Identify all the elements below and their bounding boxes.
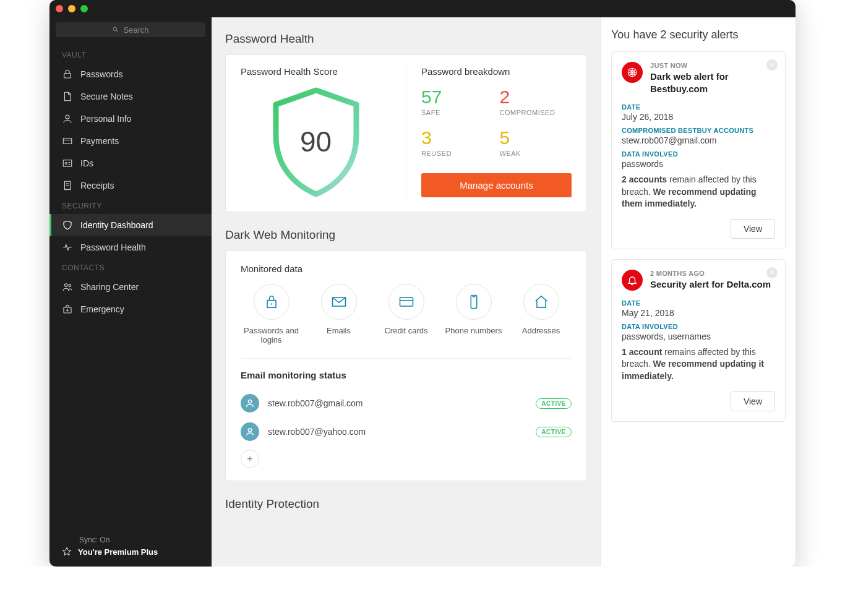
close-icon[interactable]: ✕ [766,267,778,278]
search-input[interactable]: Search [56,22,205,37]
monitored-data-label: Monitored data [241,263,572,274]
sidebar-item-receipts[interactable]: Receipts [49,174,212,197]
alerts-panel: You have 2 security alerts ✕ JUST NOW Da… [601,17,796,567]
svg-point-7 [65,163,67,165]
close-icon[interactable]: ✕ [766,59,778,71]
breakdown-weak: 5 WEAK [500,129,572,157]
add-email-button[interactable]: + [241,450,259,468]
sidebar-section-vault: VAULT [49,46,212,63]
home-icon [523,284,559,320]
card-icon [62,135,73,147]
dark-web-heading: Dark Web Monitoring [225,228,587,242]
svg-rect-22 [471,296,476,309]
sidebar-item-label: IDs [80,158,93,168]
phone-icon [456,284,492,320]
avatar-icon [241,394,259,413]
alert-date-label: DATE [622,103,775,111]
svg-point-0 [113,27,117,31]
monitored-addresses: Addresses [510,284,572,344]
bell-icon [622,270,643,291]
app-window: Search VAULT Passwords Secure Notes Pers… [49,0,796,567]
sidebar-item-label: Identity Dashboard [80,220,153,230]
sidebar-item-identity-dashboard[interactable]: Identity Dashboard [49,214,212,236]
alert-summary: 2 accounts remain affected by this breac… [622,174,775,210]
email-row: stew.rob007@gmail.com ACTIVE [241,389,572,417]
alert-time: JUST NOW [650,62,775,69]
breakdown-label: Password breakdown [421,66,572,77]
star-icon [62,547,72,557]
window-close-icon[interactable] [56,5,63,12]
titlebar [49,0,796,17]
alert-date: May 21, 2018 [622,308,775,318]
alert-time: 2 MONTHS AGO [650,270,771,277]
monitored-credit-cards: Credit cards [375,284,437,344]
alert-accounts: stew.rob007@gmail.com [622,135,775,145]
alert-date-label: DATE [622,299,775,307]
email-address: stew.rob007@gmail.com [268,398,527,408]
svg-point-3 [66,115,69,119]
sidebar: Search VAULT Passwords Secure Notes Pers… [49,17,212,567]
sidebar-item-label: Payments [80,136,119,146]
sidebar-item-label: Password Health [80,242,146,252]
svg-rect-20 [400,297,413,306]
sidebar-item-label: Sharing Center [80,282,139,292]
sidebar-item-label: Receipts [80,181,114,190]
breakdown-safe: 57 SAFE [421,88,494,116]
id-icon [62,158,73,169]
status-badge: ACTIVE [536,398,572,409]
view-button[interactable]: View [731,219,775,239]
email-address: stew.rob007@yahoo.com [268,427,527,437]
sidebar-item-label: Secure Notes [80,92,133,101]
breakdown-reused: 3 REUSED [421,129,494,157]
score-label: Password Health Score [241,66,338,77]
alert-card: ✕ JUST NOW Dark web alert for Bestbuy.co… [611,51,786,249]
svg-point-13 [69,284,71,287]
alert-card: ✕ 2 MONTHS AGO Security alert for Delta.… [611,259,786,422]
sidebar-item-password-health[interactable]: Password Health [49,236,212,259]
window-minimize-icon[interactable] [68,5,75,12]
sidebar-item-sharing-center[interactable]: Sharing Center [49,276,212,298]
mail-icon [321,284,357,320]
monitored-passwords: Passwords and logins [241,284,302,344]
alert-data-label: DATA INVOLVED [622,323,775,330]
main-content: Password Health Password Health Score [212,17,601,567]
alert-data: passwords [622,159,775,169]
view-button[interactable]: View [731,391,775,411]
svg-rect-2 [64,74,71,79]
sidebar-item-personal-info[interactable]: Personal Info [49,108,212,130]
svg-rect-6 [63,160,72,167]
password-health-card: Password Health Score [225,54,587,212]
alert-summary: 1 account remains affected by this breac… [622,346,775,383]
manage-accounts-button[interactable]: Manage accounts [421,173,572,197]
svg-line-1 [117,30,119,32]
identity-protection-heading: Identity Protection [225,497,587,511]
premium-status[interactable]: You're Premium Plus [62,547,199,557]
monitored-emails: Emails [308,284,369,344]
health-score: 90 [300,125,332,158]
alert-accounts-label: COMPROMISED BESTBUY ACCOUNTS [622,127,775,134]
sidebar-footer: Sync: On You're Premium Plus [49,528,212,567]
shield-icon [62,220,73,231]
sidebar-item-secure-notes[interactable]: Secure Notes [49,85,212,108]
svg-rect-4 [63,139,72,144]
spider-web-icon [622,62,643,83]
sync-status: Sync: On [79,536,199,544]
window-zoom-icon[interactable] [80,5,88,12]
pulse-icon [62,242,73,253]
alerts-title: You have 2 security alerts [611,28,786,41]
sidebar-item-payments[interactable]: Payments [49,130,212,152]
email-monitoring-title: Email monitoring status [241,370,572,380]
sidebar-section-contacts: CONTACTS [49,259,212,276]
sidebar-item-emergency[interactable]: Emergency [49,298,212,320]
lock-icon [62,69,73,80]
health-shield: 90 [264,83,369,200]
svg-point-12 [65,284,68,287]
sidebar-item-ids[interactable]: IDs [49,152,212,174]
card-icon [388,284,424,320]
sidebar-section-security: SECURITY [49,197,212,214]
sidebar-item-label: Passwords [80,69,122,79]
lock-icon [254,284,290,320]
svg-point-24 [248,400,251,403]
breakdown-compromised: 2 COMPROMISED [500,88,572,116]
sidebar-item-passwords[interactable]: Passwords [49,63,212,85]
